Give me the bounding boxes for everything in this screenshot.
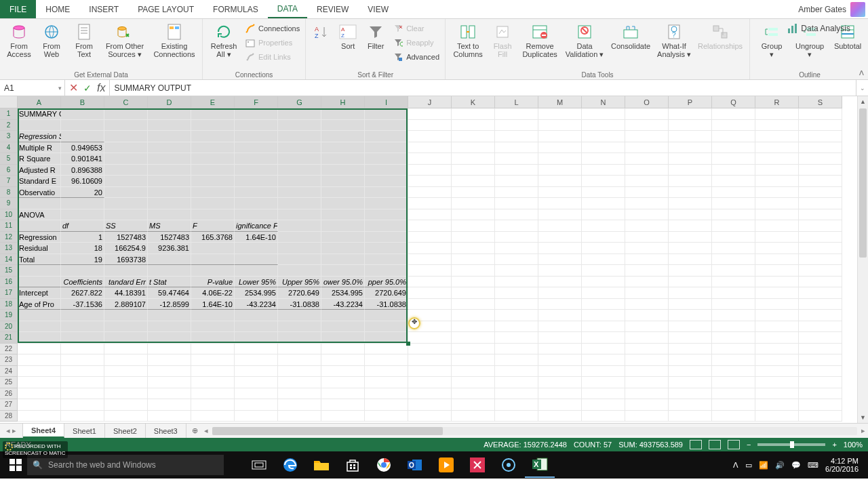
cell-H1[interactable] xyxy=(321,108,365,120)
cell-O13[interactable] xyxy=(625,243,669,254)
cell-M4[interactable] xyxy=(538,142,582,154)
cell-C9[interactable] xyxy=(104,198,148,209)
cell-P21[interactable] xyxy=(669,332,712,344)
cell-K2[interactable] xyxy=(452,120,495,131)
cell-G9[interactable] xyxy=(278,198,321,209)
row-header-22[interactable]: 22 xyxy=(0,344,18,355)
cell-C5[interactable] xyxy=(104,153,148,165)
cell-O7[interactable] xyxy=(625,176,669,187)
cell-L19[interactable] xyxy=(495,310,538,321)
cell-M7[interactable] xyxy=(538,176,582,187)
cell-S9[interactable] xyxy=(799,198,842,209)
cell-H9[interactable] xyxy=(321,198,365,209)
cell-B22[interactable] xyxy=(61,344,104,355)
cell-J25[interactable] xyxy=(408,377,452,388)
cell-I17[interactable]: 2720.649 xyxy=(365,287,408,299)
cell-S1[interactable] xyxy=(799,108,842,120)
cell-B7[interactable]: 96.10609 xyxy=(61,176,104,187)
cell-E16[interactable]: P-value xyxy=(191,277,235,288)
cell-H27[interactable] xyxy=(321,399,365,411)
cell-G24[interactable] xyxy=(278,366,321,378)
cell-N25[interactable] xyxy=(582,377,625,388)
cell-B11[interactable]: df xyxy=(61,220,104,232)
cell-B18[interactable]: -37.1536 xyxy=(61,299,104,310)
cell-E5[interactable] xyxy=(191,153,235,165)
cell-I2[interactable] xyxy=(365,120,408,131)
cell-A13[interactable]: Residual xyxy=(18,243,61,254)
spreadsheet-grid[interactable]: ABCDEFGHIJKLMNOPQRS 12345678910111213141… xyxy=(0,96,868,423)
col-header-M[interactable]: M xyxy=(538,96,582,108)
cell-Q17[interactable] xyxy=(712,287,755,299)
cell-I1[interactable] xyxy=(365,108,408,120)
cell-J27[interactable] xyxy=(408,399,452,411)
cell-H24[interactable] xyxy=(321,366,365,378)
cell-K9[interactable] xyxy=(452,198,495,209)
cell-N2[interactable] xyxy=(582,120,625,131)
cell-S27[interactable] xyxy=(799,399,842,411)
cell-E20[interactable] xyxy=(191,321,235,333)
clock[interactable]: 4:12 PM 6/20/2016 xyxy=(825,457,859,473)
cell-H21[interactable] xyxy=(321,332,365,344)
cell-F4[interactable] xyxy=(235,142,278,154)
col-header-I[interactable]: I xyxy=(365,96,408,108)
cell-I24[interactable] xyxy=(365,366,408,378)
cell-R14[interactable] xyxy=(755,254,799,266)
cell-E19[interactable] xyxy=(191,310,235,321)
cell-L22[interactable] xyxy=(495,344,538,355)
cell-M9[interactable] xyxy=(538,198,582,209)
cell-N12[interactable] xyxy=(582,232,625,243)
cell-G27[interactable] xyxy=(278,399,321,411)
cell-E11[interactable]: F xyxy=(191,220,235,232)
cell-R5[interactable] xyxy=(755,153,799,165)
cell-F22[interactable] xyxy=(235,344,278,355)
row-header-7[interactable]: 7 xyxy=(0,176,18,187)
cell-I4[interactable] xyxy=(365,142,408,154)
cell-N7[interactable] xyxy=(582,176,625,187)
cell-M11[interactable] xyxy=(538,220,582,232)
cell-S4[interactable] xyxy=(799,142,842,154)
cell-A28[interactable] xyxy=(18,411,61,422)
cell-Q25[interactable] xyxy=(712,377,755,388)
cell-P5[interactable] xyxy=(669,153,712,165)
cell-P25[interactable] xyxy=(669,377,712,388)
user-avatar[interactable] xyxy=(850,2,865,17)
cell-S3[interactable] xyxy=(799,131,842,142)
notification-icon[interactable]: 💬 xyxy=(791,461,801,470)
cell-M18[interactable] xyxy=(538,299,582,310)
refresh-all-button[interactable]: Refresh All ▾ xyxy=(207,20,241,58)
cell-E10[interactable] xyxy=(191,209,235,221)
cell-J24[interactable] xyxy=(408,366,452,378)
remove-button[interactable]: Remove Duplicates xyxy=(519,20,561,58)
advanced-button[interactable]: Advanced xyxy=(391,50,441,64)
cell-K7[interactable] xyxy=(452,176,495,187)
row-header-12[interactable]: 12 xyxy=(0,232,18,243)
cell-J2[interactable] xyxy=(408,120,452,131)
cell-N19[interactable] xyxy=(582,310,625,321)
cell-L1[interactable] xyxy=(495,108,538,120)
cell-I12[interactable] xyxy=(365,232,408,243)
cell-C14[interactable]: 1693738 xyxy=(104,254,148,266)
cell-K12[interactable] xyxy=(452,232,495,243)
cell-E8[interactable] xyxy=(191,187,235,199)
cell-P23[interactable] xyxy=(669,354,712,366)
cell-J3[interactable] xyxy=(408,131,452,142)
cell-F12[interactable]: 1.64E-10 xyxy=(235,232,278,243)
cell-B13[interactable]: 18 xyxy=(61,243,104,254)
existing-button[interactable]: Existing Connections xyxy=(151,20,198,58)
cell-J28[interactable] xyxy=(408,411,452,422)
cell-I28[interactable] xyxy=(365,411,408,422)
cell-Q8[interactable] xyxy=(712,187,755,199)
cell-G4[interactable] xyxy=(278,142,321,154)
cell-D24[interactable] xyxy=(148,366,191,378)
cell-K27[interactable] xyxy=(452,399,495,411)
sort-az-button[interactable]: AZ xyxy=(310,20,333,42)
view-page-break-icon[interactable] xyxy=(728,440,740,449)
cell-I7[interactable] xyxy=(365,176,408,187)
cell-N24[interactable] xyxy=(582,366,625,378)
cell-C12[interactable]: 1527483 xyxy=(104,232,148,243)
edit-links-button[interactable]: Edit Links xyxy=(243,50,301,64)
cell-S5[interactable] xyxy=(799,153,842,165)
excel-app[interactable]: X xyxy=(525,452,555,478)
tray-chevron-icon[interactable]: ᐱ xyxy=(733,461,738,470)
cell-R3[interactable] xyxy=(755,131,799,142)
